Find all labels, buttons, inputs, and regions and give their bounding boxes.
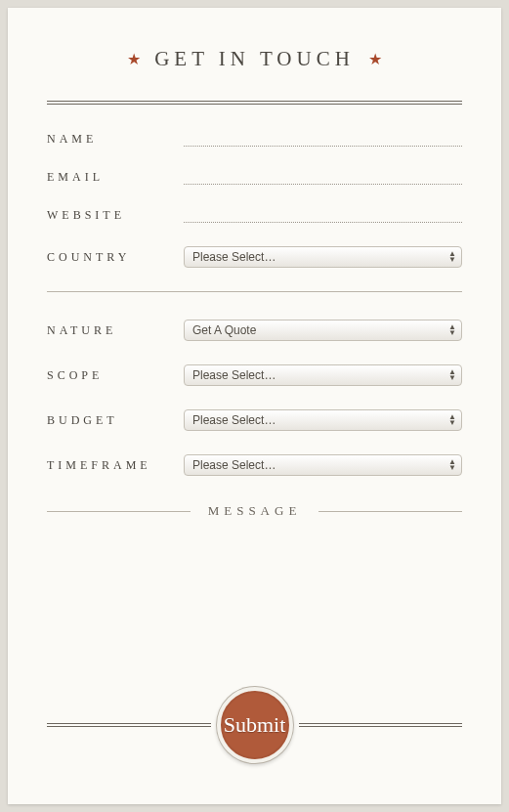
budget-label: BUDGET [47,413,184,428]
field-country: COUNTRY Please Select… ▲▼ [47,246,462,268]
double-rule [299,723,463,727]
email-input[interactable] [184,171,462,185]
contact-form-card: ★ GET IN TOUCH ★ NAME EMAIL WEBSITE COUN… [8,8,501,804]
message-label: MESSAGE [208,503,302,519]
website-label: WEBSITE [47,208,184,223]
double-rule [47,101,462,105]
country-select[interactable]: Please Select… [184,246,462,268]
email-label: EMAIL [47,170,184,185]
timeframe-select[interactable]: Please Select… [184,454,462,476]
submit-row: Submit [47,687,462,763]
divider-line [47,511,191,512]
field-nature: NATURE Get A Quote ▲▼ [47,320,462,341]
double-rule [47,723,211,727]
field-scope: SCOPE Please Select… ▲▼ [47,364,462,386]
star-icon: ★ [368,50,382,68]
name-label: NAME [47,132,184,147]
field-budget: BUDGET Please Select… ▲▼ [47,409,462,431]
divider-line [318,511,462,512]
field-timeframe: TIMEFRAME Please Select… ▲▼ [47,454,462,476]
field-website: WEBSITE [47,208,462,223]
country-label: COUNTRY [47,250,184,265]
submit-button[interactable]: Submit [217,687,293,763]
field-name: NAME [47,132,462,147]
page-title: GET IN TOUCH [154,47,355,71]
website-input[interactable] [184,209,462,223]
field-email: EMAIL [47,170,462,185]
nature-select[interactable]: Get A Quote [184,320,462,341]
nature-label: NATURE [47,323,184,338]
budget-select[interactable]: Please Select… [184,409,462,431]
scope-label: SCOPE [47,368,184,383]
name-input[interactable] [184,133,462,147]
title-row: ★ GET IN TOUCH ★ [47,47,462,71]
single-rule [47,291,462,292]
scope-select[interactable]: Please Select… [184,364,462,386]
message-textarea[interactable] [47,527,462,683]
message-divider: MESSAGE [47,503,462,519]
star-icon: ★ [127,50,141,68]
timeframe-label: TIMEFRAME [47,458,184,473]
